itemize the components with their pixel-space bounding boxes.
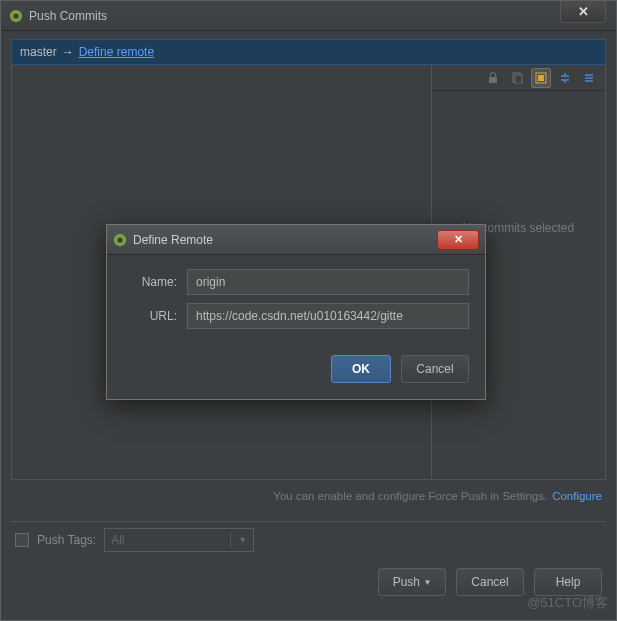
dialog-title: Define Remote: [133, 233, 431, 247]
svg-rect-3: [515, 75, 522, 84]
details-toolbar: [432, 65, 605, 91]
divider: [11, 521, 606, 522]
window-close-button[interactable]: ✕: [560, 1, 606, 23]
window-title-bar: Push Commits: [1, 1, 616, 31]
button-row: Push ▼ Cancel Help: [378, 568, 602, 596]
branch-row[interactable]: master → Define remote: [11, 39, 606, 65]
expand-icon[interactable]: [555, 68, 575, 88]
help-button[interactable]: Help: [534, 568, 602, 596]
svg-point-1: [13, 13, 18, 18]
local-branch: master: [20, 45, 57, 59]
options-row: Push Tags: All ▼: [15, 526, 602, 554]
dialog-title-bar[interactable]: Define Remote ✕: [107, 225, 485, 255]
svg-rect-5: [538, 75, 544, 81]
push-tags-checkbox[interactable]: [15, 533, 29, 547]
window-title: Push Commits: [29, 9, 608, 23]
hint-text: You can enable and configure Force Push …: [273, 490, 547, 502]
define-remote-dialog: Define Remote ✕ Name: URL: OK Cancel: [106, 224, 486, 400]
dialog-buttons: OK Cancel: [107, 347, 485, 399]
dialog-body: Name: URL:: [107, 255, 485, 347]
dialog-close-button[interactable]: ✕: [437, 230, 479, 250]
name-field[interactable]: [187, 269, 469, 295]
tags-select-value: All: [111, 533, 124, 547]
define-remote-link[interactable]: Define remote: [79, 45, 154, 59]
push-button[interactable]: Push ▼: [378, 568, 446, 596]
chevron-down-icon: ▼: [238, 535, 247, 545]
lock-icon[interactable]: [483, 68, 503, 88]
name-label: Name:: [123, 275, 177, 289]
hint-row: You can enable and configure Force Push …: [11, 482, 606, 510]
configure-link[interactable]: Configure: [552, 490, 602, 502]
copy-icon[interactable]: [507, 68, 527, 88]
push-commits-window: ✕ Push Commits master → Define remote No…: [0, 0, 617, 621]
tags-select[interactable]: All ▼: [104, 528, 254, 552]
ok-button[interactable]: OK: [331, 355, 391, 383]
svg-point-7: [117, 237, 122, 242]
arrow-icon: →: [62, 45, 74, 59]
url-label: URL:: [123, 309, 177, 323]
push-tags-label: Push Tags:: [37, 533, 96, 547]
collapse-icon[interactable]: [579, 68, 599, 88]
diff-icon[interactable]: [531, 68, 551, 88]
app-icon: [9, 9, 23, 23]
chevron-down-icon: ▼: [423, 578, 431, 587]
cancel-button[interactable]: Cancel: [456, 568, 524, 596]
dialog-cancel-button[interactable]: Cancel: [401, 355, 469, 383]
app-icon: [113, 233, 127, 247]
url-field[interactable]: [187, 303, 469, 329]
